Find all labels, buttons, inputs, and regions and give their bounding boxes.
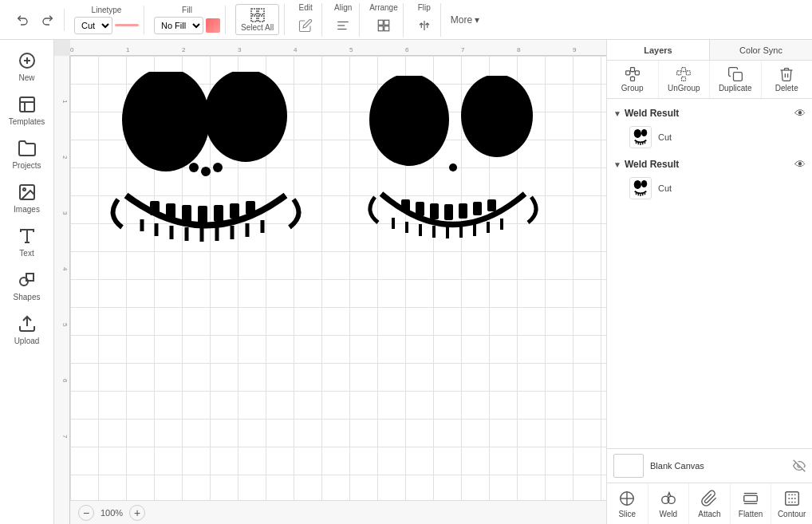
ruler-tick-0: 0 [70,46,73,53]
main-area: New Templates Projects Images [0,40,812,524]
align-label: Align [334,3,352,12]
align-button[interactable] [332,14,354,37]
svg-point-25 [204,72,287,162]
fill-select[interactable]: No Fill [154,17,203,34]
ungroup-icon [676,66,692,82]
canvas-eye-icon[interactable] [793,459,806,472]
eye-icon-1[interactable]: 👁 [794,107,806,120]
align-group: Align [327,3,360,37]
layer-name-1: Cut [658,132,672,142]
ruler-tick-4: 4 [294,46,297,53]
group-action[interactable]: Group [607,61,659,98]
layer-item-1[interactable]: Cut [607,123,812,152]
panel-tabs: Layers Color Sync [607,40,812,61]
sidebar-item-templates[interactable]: Templates [3,90,51,131]
text-icon [18,227,37,246]
delete-action[interactable]: Delete [762,61,813,98]
zoom-in-button[interactable]: + [129,505,145,521]
svg-rect-75 [682,77,686,81]
attach-action[interactable]: Attach [689,483,731,524]
ruler-tick-2: 2 [182,46,185,53]
linetype-select[interactable]: Cut [74,17,112,34]
weld-action[interactable]: Weld [648,483,690,524]
svg-point-85 [641,180,647,187]
duplicate-label: Duplicate [719,84,752,93]
weld-label-1: Weld Result [625,108,791,119]
tab-layers[interactable]: Layers [607,40,710,60]
select-all-button[interactable]: Select All [235,4,279,35]
svg-point-77 [634,129,641,138]
slice-icon [618,490,636,507]
flip-button[interactable] [413,14,436,37]
fill-color-swatch[interactable] [206,18,220,33]
svg-rect-0 [251,9,257,14]
duplicate-action[interactable]: Duplicate [710,61,762,98]
weld-header-1[interactable]: ▼ Weld Result 👁 [607,104,812,123]
slice-label: Slice [618,510,636,518]
more-button[interactable]: More ▾ [446,11,485,29]
svg-point-84 [634,180,641,189]
slice-action[interactable]: Slice [607,483,648,524]
arrange-group: Arrange [365,3,404,37]
svg-rect-51 [444,204,453,220]
ungroup-action[interactable]: UnGroup [659,61,711,98]
ruler-vertical: 1 2 3 4 5 6 7 [54,56,70,524]
tab-colorsync[interactable]: Color Sync [710,40,812,60]
align-control: Align [332,3,354,37]
svg-point-28 [213,163,223,172]
sidebar-item-text[interactable]: Text [3,222,51,262]
attach-label: Attach [698,510,720,518]
sidebar-item-label-upload: Upload [14,337,40,345]
ruler-v-tick-1: 1 [61,100,69,103]
sidebar-item-new[interactable]: New [3,46,51,87]
layer-name-2: Cut [658,183,672,193]
undo-button[interactable] [11,9,34,31]
ruler-tick-3: 3 [238,46,241,53]
sidebar-item-shapes[interactable]: Shapes [3,266,51,306]
attach-icon [700,490,718,507]
template-icon [18,95,37,114]
blank-canvas-label: Blank Canvas [650,461,786,471]
canvas-color-swatch[interactable] [613,454,644,478]
ruler-tick-6: 6 [405,46,408,53]
contour-action[interactable]: Contour [771,483,812,524]
ruler-tick-7: 7 [461,46,464,53]
sidebar-item-label-new: New [18,73,34,82]
weld-group-2: ▼ Weld Result 👁 [607,155,812,203]
flip-label: Flip [418,3,431,12]
sidebar-item-images[interactable]: Images [3,178,51,219]
weld-header-2[interactable]: ▼ Weld Result 👁 [607,155,812,174]
svg-rect-8 [384,20,389,25]
sidebar-item-projects[interactable]: Projects [3,134,51,175]
ruler-v-tick-4: 4 [61,267,69,270]
arrange-button[interactable] [372,14,395,37]
flip-group: Flip [408,3,441,37]
panel-actions: Group UnGroup Duplicate [607,61,812,99]
layer-item-2[interactable]: Cut [607,174,812,203]
sidebar-item-upload[interactable]: Upload [3,309,51,350]
group-icon [625,66,641,82]
contour-label: Contour [778,510,806,518]
duplicate-icon [727,66,743,82]
zoom-out-button[interactable]: − [78,505,94,521]
svg-rect-52 [459,203,467,219]
select-all-group: Select All [231,4,285,35]
zoom-level: 100% [101,508,123,518]
edit-button[interactable] [294,14,317,37]
svg-rect-33 [214,205,223,222]
jack-thumb-2 [632,179,649,197]
weld-icon [660,490,677,507]
jack-face-left[interactable] [94,72,317,247]
svg-rect-65 [635,71,639,75]
svg-rect-31 [182,205,191,223]
ruler-v-tick-5: 5 [61,323,69,326]
layer-thumb-1 [629,126,652,148]
jack-face-right[interactable] [341,76,565,243]
flatten-action[interactable]: Flatten [731,483,772,524]
redo-button[interactable] [37,9,59,31]
eye-icon-2[interactable]: 👁 [794,158,806,171]
canvas-content[interactable] [70,56,606,500]
ruler-v-tick-2: 2 [61,156,69,159]
weld-arrow-1: ▼ [613,109,621,118]
left-sidebar: New Templates Projects Images [0,40,54,524]
